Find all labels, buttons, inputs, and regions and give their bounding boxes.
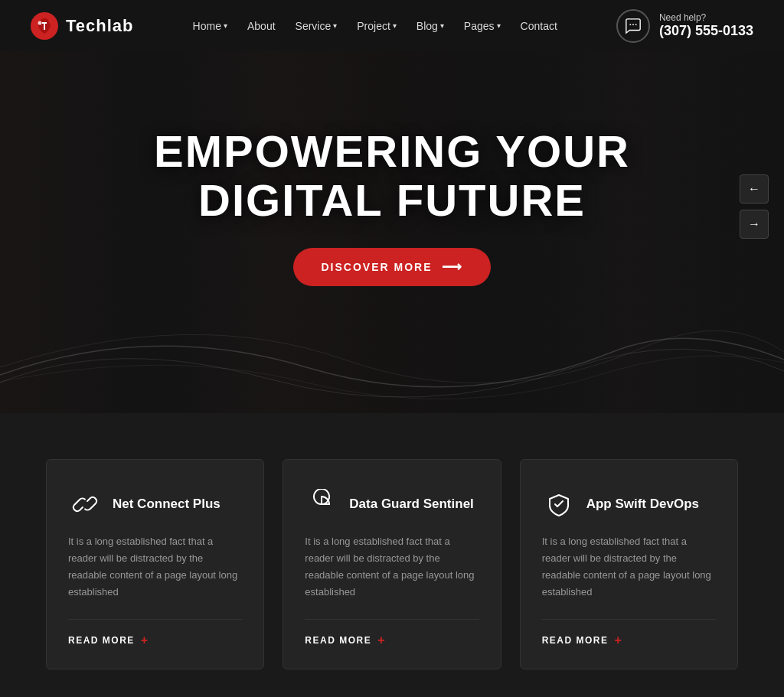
link-icon (68, 487, 102, 521)
brand-name-text: Techlab (66, 16, 134, 36)
nav-contact-block: Need help? (307) 555-0133 (616, 9, 753, 43)
card-title: Data Guard Sentinel (349, 497, 473, 512)
nav-item-home[interactable]: Home ▾ (185, 15, 235, 37)
hero-prev-button[interactable]: ← (740, 174, 769, 204)
chevron-down-icon: ▾ (393, 21, 397, 30)
plus-icon: + (141, 633, 149, 647)
card-header: Data Guard Sentinel (305, 487, 479, 521)
hero-title: EMPOWERING YOUR DIGITAL FUTURE (154, 127, 630, 225)
card-description: It is a long established fact that a rea… (68, 533, 242, 601)
discover-more-button[interactable]: DISCOVER MORE ⟶ (293, 248, 490, 286)
nav-item-contact[interactable]: Contact (513, 15, 565, 37)
card-read-more-link[interactable]: READ MORE + (68, 619, 242, 647)
card-description: It is a long established fact that a rea… (305, 533, 479, 601)
plus-icon: + (377, 633, 386, 647)
card-title: Net Connect Plus (113, 497, 220, 512)
cards-section: Net Connect Plus It is a long establishe… (0, 413, 784, 697)
svg-point-1 (38, 21, 42, 24)
hero-section: EMPOWERING YOUR DIGITAL FUTURE DISCOVER … (0, 0, 784, 413)
nav-menu: Home ▾ About Service ▾ Project ▾ Blog ▾ (185, 15, 565, 37)
card-net-connect: Net Connect Plus It is a long establishe… (46, 459, 264, 669)
shield-icon (542, 487, 576, 521)
svg-point-3 (632, 24, 634, 25)
navbar: Techlab Home ▾ About Service ▾ Project ▾ (0, 0, 784, 51)
card-description: It is a long established fact that a rea… (542, 533, 716, 601)
card-header: Net Connect Plus (68, 487, 242, 521)
nav-item-pages[interactable]: Pages ▾ (456, 15, 508, 37)
arrow-right-icon: ⟶ (442, 259, 463, 275)
chevron-down-icon: ▾ (497, 21, 501, 30)
hero-nav-arrows: ← → (740, 174, 769, 239)
nav-item-project[interactable]: Project ▾ (349, 15, 404, 37)
card-data-guard: Data Guard Sentinel It is a long establi… (283, 459, 501, 669)
brand-logo-link[interactable]: Techlab (31, 12, 134, 40)
cards-grid: Net Connect Plus It is a long establishe… (46, 459, 738, 669)
svg-point-4 (635, 24, 637, 25)
card-read-more-link[interactable]: READ MORE + (542, 619, 716, 647)
nav-item-blog[interactable]: Blog ▾ (409, 15, 452, 37)
card-app-swift: App Swift DevOps It is a long establishe… (520, 459, 738, 669)
chevron-down-icon: ▾ (333, 21, 337, 30)
nav-item-service[interactable]: Service ▾ (288, 15, 345, 37)
card-read-more-link[interactable]: READ MORE + (305, 619, 479, 647)
need-help-label: Need help? (659, 12, 753, 23)
card-title: App Swift DevOps (586, 497, 699, 512)
plus-icon: + (615, 633, 623, 647)
chat-icon[interactable] (616, 9, 650, 43)
svg-point-2 (629, 24, 631, 25)
hero-content: EMPOWERING YOUR DIGITAL FUTURE DISCOVER … (0, 0, 784, 413)
nav-item-about[interactable]: About (240, 15, 283, 37)
hero-next-button[interactable]: → (740, 210, 769, 239)
chevron-down-icon: ▾ (440, 21, 444, 30)
chevron-down-icon: ▾ (224, 21, 227, 30)
phone-number: (307) 555-0133 (659, 23, 753, 39)
card-header: App Swift DevOps (542, 487, 716, 521)
brand-logo-icon (31, 12, 58, 40)
contact-info: Need help? (307) 555-0133 (659, 12, 753, 39)
chart-pie-icon (305, 487, 338, 521)
